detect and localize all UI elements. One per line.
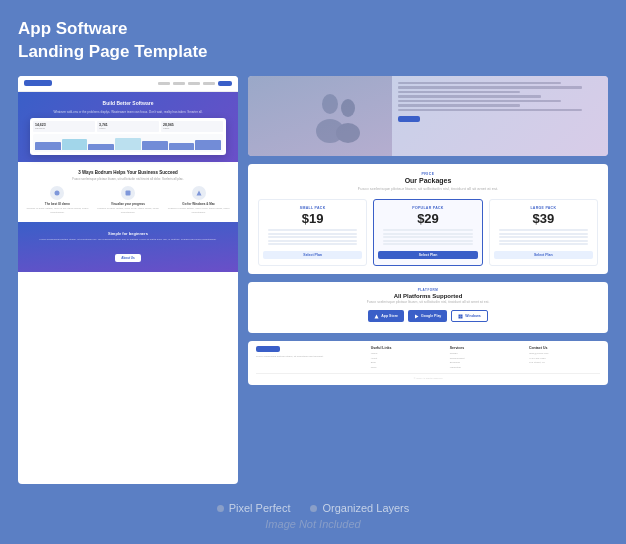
title-line1: App Software — [18, 19, 128, 38]
platforms-title: All Platforms Supported — [258, 293, 598, 299]
pricing-feature — [499, 229, 588, 231]
dash-stat-sales: 28,945 Sales — [161, 121, 223, 132]
photo-lines — [398, 82, 602, 112]
main-container: App Software Landing Page Template — [0, 0, 626, 544]
footer-col-title: Services — [450, 346, 521, 350]
pricing-feature — [268, 236, 357, 238]
platforms-buttons: App Store Google Play Windows — [258, 310, 598, 322]
pricing-plan-tag: LARGE PACK — [494, 206, 593, 210]
pricing-plan-tag: POPULAR PACK — [378, 206, 477, 210]
lp-logo-mark — [24, 80, 52, 86]
photo-text-line — [398, 95, 541, 98]
pricing-feature — [499, 240, 588, 242]
pricing-feature — [383, 233, 472, 235]
pricing-plan-price: $19 — [263, 212, 362, 225]
cta-button[interactable]: About Us — [115, 254, 140, 262]
pricing-feature — [268, 233, 357, 235]
feature-icon — [50, 186, 64, 200]
pricing-feature — [499, 233, 588, 235]
feature-label: Visualize your progress — [95, 202, 162, 206]
pricing-feature — [383, 236, 472, 238]
svg-point-0 — [55, 191, 60, 196]
dash-bar — [62, 139, 88, 150]
dash-bar — [88, 144, 114, 150]
dash-stats-row: 14,623 Revenue 3,741 Users 28,945 Sales — [33, 121, 223, 132]
footer-link[interactable]: 123 Street, NY — [529, 361, 600, 366]
photo-text-line — [398, 82, 561, 85]
pricing-features — [378, 229, 477, 245]
photo-text-line — [398, 91, 520, 94]
feature-label: The best UI demo — [24, 202, 91, 206]
footer-inner: Fusco scelerisque plictaur lituam, sit s… — [256, 346, 600, 370]
title-area: App Software Landing Page Template — [18, 18, 608, 64]
appstore-button[interactable]: App Store — [368, 310, 404, 322]
pricing-features — [494, 229, 593, 245]
pricing-select-button[interactable]: Select Plan — [494, 251, 593, 259]
pricing-card-large: LARGE PACK $39 Select Plan — [489, 199, 598, 266]
badge-organized-layers: Organized Layers — [310, 502, 409, 514]
feature-desc: Sceleris of basic details, dolor of key … — [165, 207, 232, 214]
svg-rect-9 — [461, 314, 463, 316]
lp-nav — [158, 81, 232, 86]
pricing-select-button[interactable]: Select Plan — [263, 251, 362, 259]
svg-marker-2 — [196, 191, 201, 196]
dash-chart — [33, 134, 223, 152]
pricing-card-popular: POPULAR PACK $29 Select Plan — [373, 199, 482, 266]
lp-hero-section: Build Better Software Whatever add-ons o… — [18, 92, 238, 162]
footer-copyright: © 2020 All rights reserved — [256, 373, 600, 380]
content-row: Build Better Software Whatever add-ons o… — [18, 76, 608, 484]
lp-features-section: 3 Ways Bodrum Helps Your Business Succee… — [18, 162, 238, 222]
svg-point-6 — [336, 123, 360, 143]
badge-pixel-perfect: Pixel Perfect — [217, 502, 291, 514]
feature-icon — [192, 186, 206, 200]
dash-bar — [195, 140, 221, 151]
badge-label: Organized Layers — [322, 502, 409, 514]
footer-link[interactable]: Work — [371, 366, 442, 371]
page-title: App Software Landing Page Template — [18, 18, 608, 64]
pricing-card-small: SMALL PACK $19 Select Plan — [258, 199, 367, 266]
footer-col-title: Contact Us — [529, 346, 600, 350]
footer-section: Fusco scelerisque plictaur lituam, sit s… — [248, 341, 608, 385]
lp-nav-item — [203, 82, 215, 85]
title-line2: Landing Page Template — [18, 42, 208, 61]
appstore-label: App Store — [381, 314, 398, 318]
photo-text-line — [398, 86, 582, 89]
left-column: Build Better Software Whatever add-ons o… — [18, 76, 238, 484]
cta-title: Simple for beginners — [40, 231, 217, 236]
image-not-included-label: Image Not Included — [18, 518, 608, 530]
photo-cta-button[interactable] — [398, 116, 420, 122]
footer-logo — [256, 346, 280, 352]
feature-icon — [121, 186, 135, 200]
dash-bar — [169, 143, 195, 151]
windows-button[interactable]: Windows — [451, 310, 487, 322]
footer-col-title: Useful Links — [371, 346, 442, 350]
dash-stat-users: 3,741 Users — [97, 121, 159, 132]
svg-rect-10 — [459, 316, 461, 318]
pricing-features — [263, 229, 362, 245]
windows-label: Windows — [465, 314, 480, 318]
pricing-plan-tag: SMALL PACK — [263, 206, 362, 210]
lp-nav-cta[interactable] — [218, 81, 232, 86]
pricing-select-button[interactable]: Select Plan — [378, 251, 477, 259]
lp-hero-subtitle: Whatever add-ons or the problems displys… — [26, 110, 230, 115]
pricing-feature — [383, 240, 472, 242]
feature-desc: Sceleris of basic details, dolor of key … — [24, 207, 91, 214]
right-photo-area — [248, 76, 608, 156]
footer-col-links: Useful Links Home About Blog Work — [371, 346, 442, 370]
svg-marker-7 — [415, 314, 419, 318]
photo-text-line — [398, 100, 561, 103]
svg-point-5 — [341, 99, 355, 117]
lp-features-row: The best UI demo Sceleris of basic detai… — [24, 186, 232, 214]
svg-rect-1 — [126, 191, 131, 196]
pricing-section: PRICE Our Packages Fusco scelerisque pli… — [248, 164, 608, 275]
googleplay-button[interactable]: Google Play — [408, 310, 447, 322]
lp-feature-item: Go for Windows & Mac Sceleris of basic d… — [165, 186, 232, 214]
cta-desc: Fusco scelerisque plictaur lituam, sit s… — [40, 238, 217, 242]
footer-description: Fusco scelerisque plictaur lituam, sit s… — [256, 355, 363, 359]
lp-features-sub: Fusco scelerisque plictaur lituam, sit s… — [24, 177, 232, 181]
footer-col-services: Services Design Development Branding Mar… — [450, 346, 521, 370]
lp-nav-item — [188, 82, 200, 85]
footer-link[interactable]: Marketing — [450, 366, 521, 371]
pricing-title: Our Packages — [258, 177, 598, 184]
pricing-plan-price: $39 — [494, 212, 593, 225]
